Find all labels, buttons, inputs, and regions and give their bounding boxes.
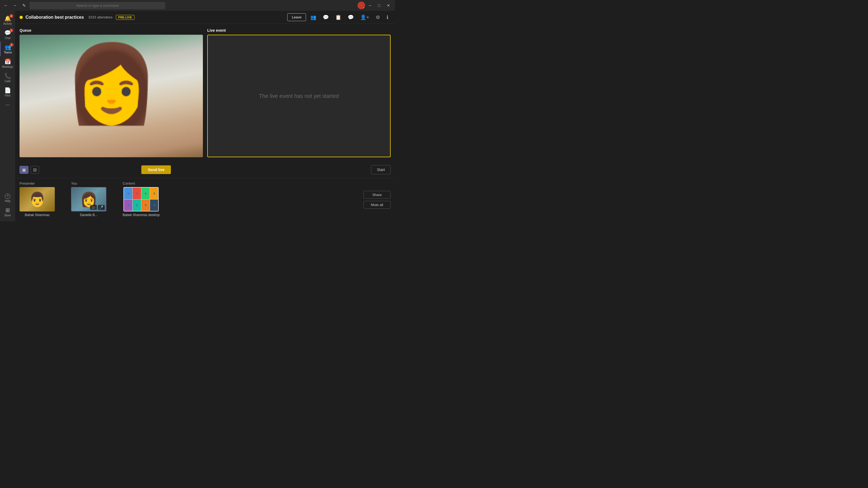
- presenter-slot-content: Content 👤 👤 👤 👤 👤 👤 👤 👤: [123, 182, 160, 217]
- presenter-slot-you: You 👩 🎥 🎤 Danielle B...: [71, 182, 106, 217]
- presenter-video-thumb: 👨: [20, 187, 55, 212]
- activity-icon: 🔔 2: [4, 15, 11, 22]
- view-single-icon: ▣: [22, 167, 26, 172]
- queue-label: Queue: [20, 28, 203, 33]
- attendees-count: 3333 attendees: [88, 15, 113, 19]
- meetings-label: Meetings: [2, 65, 13, 68]
- share-mute-section: Share Mute all: [364, 191, 391, 209]
- share-button[interactable]: Share: [364, 191, 391, 199]
- add-person-button[interactable]: 👤+: [358, 13, 371, 22]
- sidebar-item-store[interactable]: ⊞ Store: [0, 205, 15, 219]
- participants-icon: 👥: [310, 14, 316, 20]
- calls-icon: 📞: [4, 73, 11, 79]
- you-controls: 🎥 🎤: [90, 205, 105, 210]
- content-cell-7: 👤: [141, 199, 150, 211]
- sidebar-item-activity[interactable]: 🔔 2 Activity: [0, 13, 15, 27]
- store-label: Store: [4, 214, 11, 217]
- main-content: Collaboration best practices 3333 attend…: [15, 11, 395, 221]
- settings-icon: ⚙: [376, 14, 380, 20]
- qa-button[interactable]: 💬: [321, 13, 331, 22]
- settings-button[interactable]: ⚙: [373, 13, 382, 22]
- content-cell-5: 👤: [124, 199, 132, 211]
- activity-label: Activity: [3, 22, 12, 25]
- send-live-button[interactable]: Send live: [141, 165, 171, 174]
- presenter-video-feed: [20, 35, 203, 157]
- chat-button[interactable]: 💬: [346, 13, 356, 22]
- you-name: Danielle B...: [80, 213, 98, 217]
- teams-icon: 👥 1: [5, 44, 11, 51]
- controls-bar: ▣ ⊟ Send live Start: [15, 162, 395, 178]
- start-button[interactable]: Start: [371, 165, 391, 174]
- close-button[interactable]: ✕: [384, 2, 393, 9]
- live-label: Live event: [207, 28, 391, 33]
- nav-back-button[interactable]: ←: [2, 2, 10, 9]
- event-topbar: Collaboration best practices 3333 attend…: [15, 11, 395, 24]
- qa-icon: 💬: [323, 14, 329, 20]
- topbar-actions: Leave 👥 💬 📋 💬 👤+ ⚙: [287, 13, 391, 22]
- mute-all-button[interactable]: Mute all: [364, 201, 391, 209]
- live-event-placeholder-text: The live event has not yet started: [259, 93, 339, 99]
- live-panel: Live event The live event has not yet st…: [207, 28, 391, 157]
- presenter-thumb-content[interactable]: 👤 👤 👤 👤 👤 👤 👤 👤: [123, 187, 159, 212]
- chat-toolbar-icon: 💬: [348, 14, 354, 20]
- titlebar: ← → ✎ ─ □ ✕: [0, 0, 395, 11]
- sidebar-item-help[interactable]: ? Help: [0, 191, 15, 205]
- sidebar: 🔔 2 Activity 💬 1 Chat 👥 1 Teams 📅 Meetin…: [0, 11, 15, 221]
- view-single-button[interactable]: ▣: [20, 166, 29, 174]
- teams-label: Teams: [4, 51, 12, 54]
- chat-label: Chat: [5, 37, 10, 40]
- you-slot-label: You: [71, 182, 77, 186]
- presenter-thumb-you[interactable]: 👩 🎥 🎤: [71, 187, 106, 212]
- search-input[interactable]: [30, 2, 165, 9]
- sidebar-item-more[interactable]: ···: [0, 99, 15, 110]
- minimize-button[interactable]: ─: [366, 2, 374, 9]
- presenters-section: Presenter 👨 Babak Shammas You 👩: [15, 178, 395, 221]
- queue-video: [20, 35, 203, 157]
- add-person-icon: 👤+: [360, 14, 369, 20]
- presenter-slot-presenter: Presenter 👨 Babak Shammas: [20, 182, 55, 217]
- sidebar-item-teams[interactable]: 👥 1 Teams: [0, 42, 15, 56]
- resources-icon: 📋: [335, 14, 341, 20]
- you-camera-button[interactable]: 🎥: [90, 205, 97, 210]
- event-status-dot: [20, 16, 23, 19]
- sidebar-item-files[interactable]: 📄 Files: [0, 85, 15, 99]
- sidebar-item-calls[interactable]: 📞 Calls: [0, 70, 15, 85]
- content-name: Babek Shammas desktop: [123, 213, 160, 217]
- sidebar-item-chat[interactable]: 💬 1 Chat: [0, 27, 15, 42]
- resources-button[interactable]: 📋: [333, 13, 343, 22]
- store-icon: ⊞: [5, 207, 10, 214]
- presenter-thumb-presenter[interactable]: 👨: [20, 187, 55, 212]
- activity-badge: 2: [9, 14, 13, 18]
- maximize-button[interactable]: □: [375, 2, 383, 9]
- files-icon: 📄: [4, 87, 11, 94]
- leave-button[interactable]: Leave: [287, 13, 306, 21]
- queue-panel: Queue: [20, 28, 203, 157]
- nav-buttons: ← →: [2, 2, 19, 9]
- presenter-slot-label: Presenter: [20, 182, 35, 186]
- view-split-icon: ⊟: [33, 167, 37, 172]
- event-main: Queue Live event The live event has not …: [15, 24, 395, 221]
- event-panels: Queue Live event The live event has not …: [15, 24, 395, 162]
- info-icon: ℹ: [386, 14, 389, 20]
- info-button[interactable]: ℹ: [384, 13, 391, 22]
- you-mic-button[interactable]: 🎤: [98, 205, 105, 210]
- compose-button[interactable]: ✎: [21, 2, 27, 9]
- content-cell-1: 👤: [124, 188, 132, 199]
- prelive-badge: PRE-LIVE: [116, 15, 134, 20]
- participants-button[interactable]: 👥: [308, 13, 318, 22]
- content-cell-2: 👤: [133, 188, 141, 199]
- help-icon: ?: [5, 194, 10, 199]
- content-video-thumb: 👤 👤 👤 👤 👤 👤 👤 👤: [123, 187, 159, 212]
- calls-label: Calls: [5, 80, 10, 83]
- user-avatar[interactable]: [358, 2, 365, 9]
- content-slot-label: Content: [123, 182, 135, 186]
- view-split-button[interactable]: ⊟: [31, 166, 39, 174]
- more-icon: ···: [5, 101, 10, 108]
- content-cell-4: 👤: [150, 188, 158, 199]
- files-label: Files: [5, 94, 10, 97]
- nav-forward-button[interactable]: →: [11, 2, 19, 9]
- sidebar-item-meetings[interactable]: 📅 Meetings: [0, 56, 15, 70]
- chat-badge: 1: [9, 29, 13, 32]
- content-cell-8: 👤: [150, 199, 158, 211]
- live-video: The live event has not yet started: [207, 35, 391, 157]
